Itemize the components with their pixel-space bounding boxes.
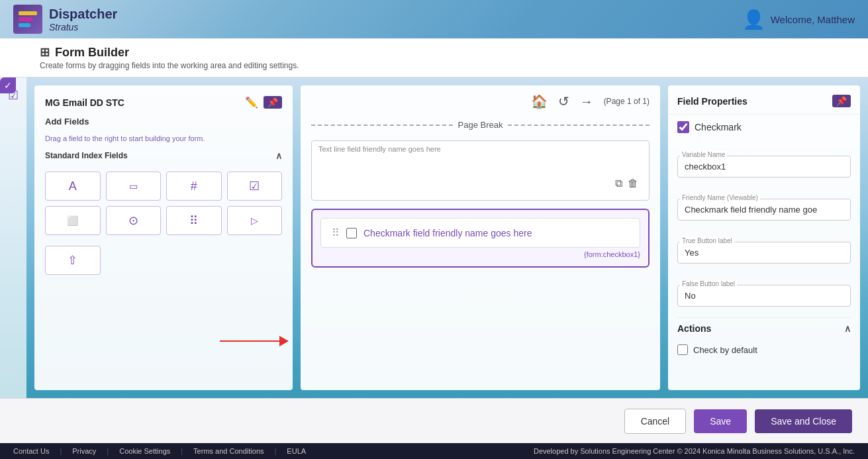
logo-dispatcher: Dispatcher [49,7,117,22]
label-icon: ▷ [251,215,258,226]
actions-header: Actions ∧ [677,317,851,339]
delete-field-btn[interactable]: 🗑 [628,178,638,189]
dashed-line-left [311,125,453,126]
text-line-icon: A [69,179,77,193]
footer-copyright: Developed by Solutions Engineering Cente… [534,447,855,455]
welcome-text: Welcome, Matthew [771,14,855,25]
number-field-btn[interactable]: # [166,172,222,201]
bottom-bar: Cancel Save Save and Close [0,398,868,443]
right-pin-button[interactable]: 📌 [832,95,851,107]
form-ref: {form:checkbox1} [320,250,640,258]
page-break-label: Page Break [458,120,503,130]
grid-field-btn[interactable]: ⠿ [166,206,222,235]
main-content: ☑ MG Email DD STC ✏️ 📌 Add Fields Drag a… [0,77,868,398]
add-fields-title: Add Fields [45,117,282,127]
field-properties-title: Field Properties [677,96,747,107]
variable-name-label: Variable Name [680,151,727,158]
footer-eula-link[interactable]: EULA [287,447,306,455]
arrow-head-icon [279,336,289,346]
save-button[interactable]: Save [694,409,747,433]
number-icon: # [191,179,197,193]
header: Dispatcher Stratus 👤 Welcome, Matthew [0,0,868,38]
form-builder-subtitle: Create forms by dragging fields into the… [40,61,855,70]
footer: Contact Us | Privacy | Cookie Settings |… [0,443,868,459]
save-close-button[interactable]: Save and Close [755,409,852,433]
check-default-checkbox[interactable] [677,344,688,355]
image-field-btn[interactable]: ⊙ [106,206,162,235]
checkbox-field-btn[interactable]: ☑ [227,172,283,201]
logo-area: Dispatcher Stratus [13,5,117,34]
form-builder-title-row: ⊞ Form Builder [40,45,855,60]
text-field-label: Text line field friendly name goes here [318,145,441,153]
actions-chevron-up-icon[interactable]: ∧ [844,323,851,334]
standard-index-label: Standard Index Fields [45,151,128,160]
friendly-name-input[interactable] [677,199,851,221]
checkmark-type-row: Checkmark [668,115,860,140]
checkbox-field-label: Checkmark field friendly name goes here [363,228,532,238]
pin-button[interactable]: 📌 [264,96,282,109]
next-toolbar-btn[interactable]: → [580,94,593,109]
form-builder-title: Form Builder [55,46,129,60]
user-avatar-icon: 👤 [742,9,765,30]
sidebar-nav: ☑ [0,77,26,398]
checkbox-label-prefix: Checkmark field [363,228,432,238]
grid-icon: ⠿ [189,213,198,228]
center-content: Page Break Text line field friendly name… [301,112,660,390]
checkbox-field-inner: ⠿ Checkmark field friendly name goes her… [320,218,640,248]
checkbox-icon: ☑ [249,179,260,193]
field-grid-2: ⇧ [45,246,282,275]
sidebar-form-title: MG Email DD STC [45,97,124,108]
footer-cookie-link[interactable]: Cookie Settings [119,447,170,455]
footer-contact-link[interactable]: Contact Us [13,447,49,455]
true-button-group: True Button label [668,226,860,269]
form-builder-bar: ⊞ Form Builder Create forms by dragging … [0,38,868,77]
variable-name-group: Variable Name [668,140,860,183]
page-indicator: (Page 1 of 1) [604,97,650,106]
field-grid: A ▭ # ☑ ⬜ ⊙ ⠿ ▷ [45,172,282,235]
friendly-name-group: Friendly Name (Viewable) [668,183,860,226]
text-line-field-btn[interactable]: A [45,172,101,201]
checkmark-type-label: Checkmark [695,122,742,132]
actions-label: Actions [677,323,711,334]
drag-handle-icon[interactable]: ⠿ [332,227,340,239]
sidebar-header-icons: ✏️ 📌 [245,96,282,109]
home-toolbar-btn[interactable]: 🏠 [531,93,548,109]
variable-name-input[interactable] [677,156,851,178]
form-builder-icon: ⊞ [40,45,50,60]
footer-privacy-link[interactable]: Privacy [72,447,96,455]
false-button-input[interactable] [677,285,851,307]
copy-field-btn[interactable]: ⧉ [615,178,622,189]
text-field-input[interactable] [322,162,638,172]
text-area-field-btn[interactable]: ▭ [106,172,162,201]
upload-field-btn[interactable]: ⇧ [45,246,101,275]
logo-stripes [19,11,37,27]
friendly-name-label: Friendly Name (Viewable) [680,194,760,201]
cancel-button[interactable]: Cancel [624,409,687,434]
text-field-actions: ⧉ 🗑 [322,178,638,189]
container-field-btn[interactable]: ⬜ [45,206,101,235]
footer-terms-link[interactable]: Terms and Conditions [193,447,264,455]
dashed-line-right [508,125,650,126]
true-button-input[interactable] [677,242,851,264]
center-area: 🏠 ↺ → (Page 1 of 1) Page Break Text line… [301,85,660,390]
edit-icon[interactable]: ✏️ [245,96,258,109]
sidebar-header: MG Email DD STC ✏️ 📌 [45,96,282,109]
check-default-label: Check by default [693,345,757,355]
drag-arrow [220,336,289,346]
chevron-up-icon[interactable]: ∧ [275,150,282,161]
upload-icon: ⇧ [68,253,77,268]
false-button-group: False Button label [668,269,860,312]
page-break-row: Page Break [311,120,650,130]
right-sidebar: Field Properties 📌 Checkmark Variable Na… [668,85,860,390]
standard-index-fields-section: Standard Index Fields ∧ [45,150,282,161]
user-area: 👤 Welcome, Matthew [742,9,855,30]
checkbox-label-suffix: friendly name goes here [432,228,532,238]
false-button-label: False Button label [680,280,737,287]
right-sidebar-header: Field Properties 📌 [668,85,860,115]
logo-stratus: Stratus [49,22,117,32]
checkbox-display-icon [346,228,357,238]
label-field-btn[interactable]: ▷ [227,206,283,235]
text-field-container: Text line field friendly name goes here … [311,140,650,201]
checkmark-type-checkbox[interactable] [677,121,689,133]
refresh-toolbar-btn[interactable]: ↺ [558,93,569,109]
